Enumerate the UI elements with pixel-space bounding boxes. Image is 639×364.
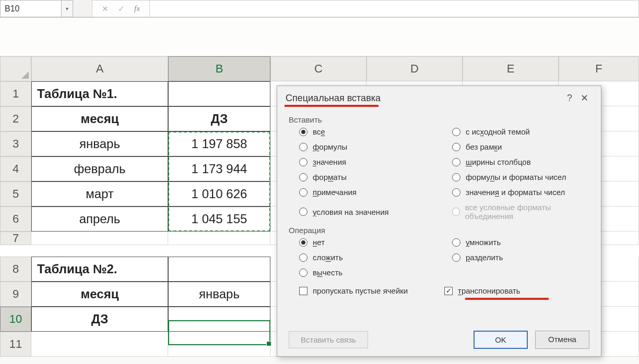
radio-formats[interactable]: форматы <box>299 173 436 181</box>
cell-A6[interactable]: апрель <box>31 207 168 232</box>
row-header-11[interactable]: 11 <box>0 332 31 357</box>
radio-op-add[interactable]: сложить <box>299 253 436 262</box>
col-header-B[interactable]: B <box>168 56 270 81</box>
cell-A10[interactable]: ДЗ <box>31 307 168 332</box>
row-header-5[interactable]: 5 <box>0 181 31 207</box>
cell-A4[interactable]: февраль <box>31 156 168 181</box>
radio-col-widths[interactable]: ширины столбцов <box>452 157 589 166</box>
cell-A1[interactable]: Таблица №1. <box>31 81 168 106</box>
accept-formula-icon[interactable]: ✓ <box>118 4 125 14</box>
cell-B8[interactable] <box>168 257 270 282</box>
row-header-4[interactable]: 4 <box>0 156 31 181</box>
radio-formulas[interactable]: формулы <box>299 142 436 151</box>
name-box-dropdown[interactable]: ▾ <box>62 0 73 17</box>
cell-B5[interactable]: 1 010 626 <box>168 181 270 207</box>
cell-A2[interactable]: месяц <box>31 106 168 131</box>
ribbon-collapsed-area <box>0 18 639 56</box>
radio-values[interactable]: значения <box>299 157 436 166</box>
paste-special-dialog: Специальная вставка ? ✕ Вставить все с и… <box>277 86 601 357</box>
cancel-formula-icon[interactable]: ✕ <box>102 4 109 14</box>
cell-A9[interactable]: месяц <box>31 282 168 307</box>
row-header-8[interactable]: 8 <box>0 257 31 282</box>
cell-B10[interactable] <box>168 307 270 332</box>
col-header-F[interactable]: F <box>559 56 639 81</box>
formula-input[interactable] <box>150 0 639 17</box>
row-header-10[interactable]: 10 <box>0 307 31 332</box>
radio-source-theme[interactable]: с исходной темой <box>452 127 589 136</box>
row-header-2[interactable]: 2 <box>0 106 31 131</box>
cell-A8[interactable]: Таблица №2. <box>31 257 168 282</box>
row-header-7[interactable]: 7 <box>0 232 31 245</box>
radio-comments[interactable]: примечания <box>299 188 436 197</box>
radio-op-none[interactable]: нет <box>299 238 436 247</box>
formula-buttons: ✕ ✓ fx <box>92 0 150 17</box>
group-insert-label: Вставить <box>289 115 589 124</box>
row-header-9[interactable]: 9 <box>0 282 31 307</box>
cell-B7[interactable] <box>168 232 270 245</box>
dialog-help-icon[interactable]: ? <box>563 93 576 104</box>
radio-op-subtract[interactable]: вычесть <box>299 268 436 277</box>
radio-cond-formats: все условные форматы объединения <box>452 203 589 221</box>
radio-formulas-numfmt[interactable]: формулы и форматы чисел <box>452 173 589 181</box>
check-transpose[interactable]: транспонировать <box>444 286 589 295</box>
col-header-E[interactable]: E <box>463 56 559 81</box>
radio-all[interactable]: все <box>299 127 436 136</box>
check-skip-blanks[interactable]: пропускать пустые ячейки <box>299 286 444 295</box>
cell-A11[interactable] <box>31 332 168 357</box>
row-header-1[interactable]: 1 <box>0 81 31 106</box>
dialog-title: Специальная вставка <box>286 93 381 104</box>
cell-B11[interactable] <box>168 332 270 357</box>
name-box[interactable] <box>0 0 62 17</box>
row-header-6[interactable]: 6 <box>0 207 31 232</box>
row-header-3[interactable]: 3 <box>0 131 31 156</box>
radio-values-numfmt[interactable]: значения и форматы чисел <box>452 188 589 197</box>
formula-bar: ▾ ✕ ✓ fx <box>0 0 639 18</box>
cell-B3[interactable]: 1 197 858 <box>168 131 270 156</box>
ok-button[interactable]: OK <box>474 331 528 349</box>
cell-A3[interactable]: январь <box>31 131 168 156</box>
paste-link-button: Вставить связь <box>289 331 368 348</box>
cell-B4[interactable]: 1 173 944 <box>168 156 270 181</box>
dialog-close-icon[interactable]: ✕ <box>576 92 593 104</box>
cell-A7[interactable] <box>31 232 168 245</box>
cancel-button[interactable]: Отмена <box>535 331 589 349</box>
cell-B1[interactable] <box>168 81 270 106</box>
fx-icon[interactable]: fx <box>134 4 140 13</box>
annotation-underline-transpose <box>465 298 549 300</box>
radio-validation[interactable]: условия на значения <box>299 203 436 221</box>
cell-B9[interactable]: январь <box>168 282 270 307</box>
col-header-D[interactable]: D <box>366 56 463 81</box>
col-header-A[interactable]: A <box>31 56 168 81</box>
select-all-corner[interactable] <box>0 56 31 81</box>
cell-B6[interactable]: 1 045 155 <box>168 207 270 232</box>
radio-no-border[interactable]: без рамки <box>452 142 589 151</box>
cell-B2[interactable]: ДЗ <box>168 106 270 131</box>
radio-op-divide[interactable]: разделить <box>452 253 589 262</box>
col-header-C[interactable]: C <box>270 56 366 81</box>
group-operation-label: Операция <box>289 226 589 235</box>
annotation-underline-title <box>285 105 378 107</box>
radio-op-multiply[interactable]: умножить <box>452 238 589 247</box>
cell-A5[interactable]: март <box>31 181 168 207</box>
